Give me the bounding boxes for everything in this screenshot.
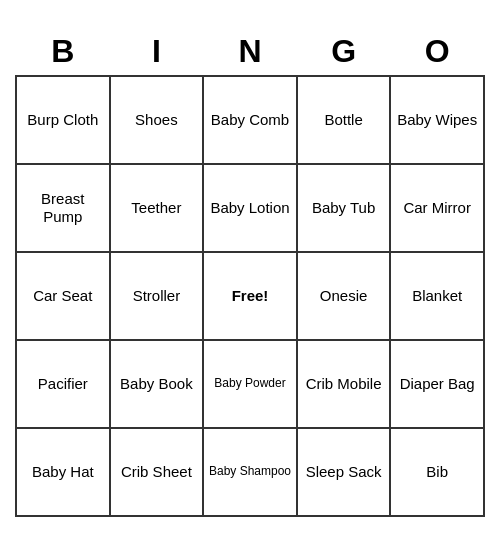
bingo-letter-n: N [203,28,297,76]
bingo-cell-4-0: Baby Hat [16,428,110,516]
bingo-row-3: PacifierBaby BookBaby PowderCrib MobileD… [16,340,484,428]
bingo-row-0: Burp ClothShoesBaby CombBottleBaby Wipes [16,76,484,164]
bingo-letter-g: G [297,28,391,76]
bingo-cell-4-3: Sleep Sack [297,428,391,516]
bingo-cell-3-3: Crib Mobile [297,340,391,428]
bingo-cell-0-1: Shoes [110,76,204,164]
bingo-cell-3-1: Baby Book [110,340,204,428]
bingo-cell-2-1: Stroller [110,252,204,340]
bingo-cell-1-1: Teether [110,164,204,252]
bingo-cell-2-0: Car Seat [16,252,110,340]
bingo-cell-4-1: Crib Sheet [110,428,204,516]
bingo-cell-0-3: Bottle [297,76,391,164]
bingo-letter-b: B [16,28,110,76]
bingo-row-1: Breast PumpTeetherBaby LotionBaby TubCar… [16,164,484,252]
bingo-cell-3-0: Pacifier [16,340,110,428]
bingo-cell-1-3: Baby Tub [297,164,391,252]
bingo-letter-o: O [390,28,484,76]
bingo-cell-0-0: Burp Cloth [16,76,110,164]
bingo-cell-2-3: Onesie [297,252,391,340]
bingo-cell-4-4: Bib [390,428,484,516]
bingo-cell-3-4: Diaper Bag [390,340,484,428]
bingo-card: BINGO Burp ClothShoesBaby CombBottleBaby… [15,28,485,517]
bingo-cell-4-2: Baby Shampoo [203,428,297,516]
bingo-row-2: Car SeatStrollerFree!OnesieBlanket [16,252,484,340]
bingo-cell-2-2: Free! [203,252,297,340]
bingo-cell-0-4: Baby Wipes [390,76,484,164]
bingo-cell-1-2: Baby Lotion [203,164,297,252]
bingo-cell-3-2: Baby Powder [203,340,297,428]
bingo-cell-1-4: Car Mirror [390,164,484,252]
bingo-cell-2-4: Blanket [390,252,484,340]
bingo-letter-i: I [110,28,204,76]
bingo-cell-0-2: Baby Comb [203,76,297,164]
bingo-header-row: BINGO [16,28,484,76]
bingo-cell-1-0: Breast Pump [16,164,110,252]
bingo-row-4: Baby HatCrib SheetBaby ShampooSleep Sack… [16,428,484,516]
